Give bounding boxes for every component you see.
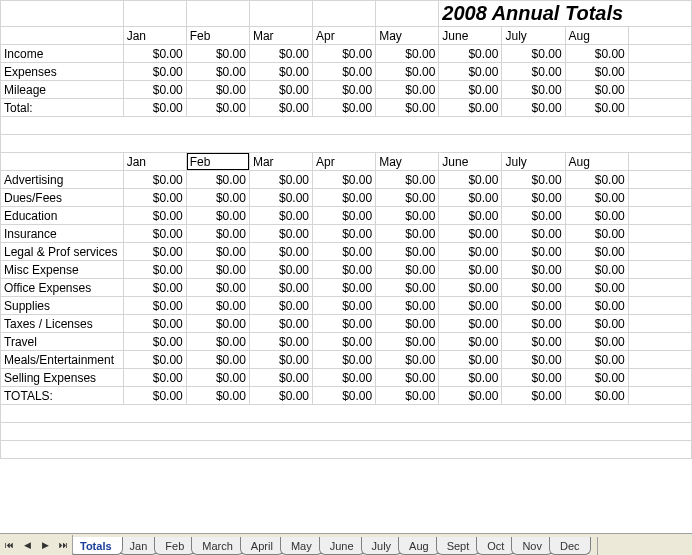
row-label[interactable]: Supplies — [1, 297, 124, 315]
row-label[interactable]: Total: — [1, 99, 124, 117]
value-cell[interactable]: $0.00 — [313, 63, 376, 81]
sheet-tab-march[interactable]: March — [191, 537, 244, 555]
tab-nav-first-icon[interactable]: ⏮ — [0, 535, 18, 555]
value-cell[interactable]: $0.00 — [186, 189, 249, 207]
value-cell[interactable]: $0.00 — [565, 369, 628, 387]
col-header[interactable]: Feb — [186, 153, 249, 171]
value-cell[interactable]: $0.00 — [565, 99, 628, 117]
value-cell[interactable]: $0.00 — [186, 279, 249, 297]
value-cell[interactable]: $0.00 — [249, 261, 312, 279]
spreadsheet-grid[interactable]: 2008 Annual Totals Jan Feb Mar Apr May J… — [0, 0, 692, 459]
value-cell[interactable]: $0.00 — [313, 99, 376, 117]
value-cell[interactable]: $0.00 — [249, 279, 312, 297]
value-cell[interactable]: $0.00 — [123, 207, 186, 225]
value-cell[interactable]: $0.00 — [186, 207, 249, 225]
value-cell[interactable]: $0.00 — [439, 225, 502, 243]
value-cell[interactable]: $0.00 — [123, 333, 186, 351]
value-cell[interactable]: $0.00 — [249, 171, 312, 189]
col-header[interactable]: June — [439, 27, 502, 45]
value-cell[interactable]: $0.00 — [313, 351, 376, 369]
value-cell[interactable]: $0.00 — [376, 351, 439, 369]
value-cell[interactable]: $0.00 — [439, 333, 502, 351]
value-cell[interactable]: $0.00 — [313, 279, 376, 297]
row-label[interactable]: Office Expenses — [1, 279, 124, 297]
row-label[interactable]: Advertising — [1, 171, 124, 189]
value-cell[interactable]: $0.00 — [313, 189, 376, 207]
value-cell[interactable]: $0.00 — [249, 369, 312, 387]
value-cell[interactable]: $0.00 — [565, 315, 628, 333]
sheet-tab-june[interactable]: June — [319, 537, 365, 555]
value-cell[interactable]: $0.00 — [439, 261, 502, 279]
value-cell[interactable]: $0.00 — [186, 315, 249, 333]
row-label[interactable]: Education — [1, 207, 124, 225]
row-label[interactable]: TOTALS: — [1, 387, 124, 405]
value-cell[interactable]: $0.00 — [502, 171, 565, 189]
value-cell[interactable]: $0.00 — [565, 279, 628, 297]
value-cell[interactable]: $0.00 — [439, 279, 502, 297]
value-cell[interactable]: $0.00 — [439, 81, 502, 99]
value-cell[interactable]: $0.00 — [123, 81, 186, 99]
row-label[interactable]: Dues/Fees — [1, 189, 124, 207]
value-cell[interactable]: $0.00 — [123, 297, 186, 315]
value-cell[interactable]: $0.00 — [502, 369, 565, 387]
value-cell[interactable]: $0.00 — [249, 225, 312, 243]
value-cell[interactable]: $0.00 — [313, 297, 376, 315]
value-cell[interactable]: $0.00 — [123, 189, 186, 207]
value-cell[interactable]: $0.00 — [249, 351, 312, 369]
horizontal-scrollbar[interactable] — [597, 537, 692, 555]
col-header[interactable]: Aug — [565, 153, 628, 171]
value-cell[interactable]: $0.00 — [123, 63, 186, 81]
value-cell[interactable]: $0.00 — [502, 297, 565, 315]
tab-nav-last-icon[interactable]: ⏭ — [54, 535, 72, 555]
value-cell[interactable]: $0.00 — [502, 63, 565, 81]
value-cell[interactable]: $0.00 — [249, 189, 312, 207]
value-cell[interactable]: $0.00 — [249, 333, 312, 351]
sheet-tab-feb[interactable]: Feb — [154, 537, 195, 555]
value-cell[interactable]: $0.00 — [376, 81, 439, 99]
value-cell[interactable]: $0.00 — [502, 207, 565, 225]
sheet-tab-jan[interactable]: Jan — [119, 537, 159, 555]
row-label[interactable]: Mileage — [1, 81, 124, 99]
value-cell[interactable]: $0.00 — [186, 369, 249, 387]
value-cell[interactable]: $0.00 — [502, 333, 565, 351]
sheet-tab-sept[interactable]: Sept — [436, 537, 481, 555]
col-header[interactable]: Mar — [249, 27, 312, 45]
value-cell[interactable]: $0.00 — [439, 315, 502, 333]
value-cell[interactable]: $0.00 — [565, 297, 628, 315]
value-cell[interactable]: $0.00 — [313, 207, 376, 225]
sheet-tab-totals[interactable]: Totals — [73, 537, 123, 555]
value-cell[interactable]: $0.00 — [313, 315, 376, 333]
value-cell[interactable]: $0.00 — [502, 315, 565, 333]
value-cell[interactable]: $0.00 — [186, 351, 249, 369]
value-cell[interactable]: $0.00 — [376, 333, 439, 351]
value-cell[interactable]: $0.00 — [502, 279, 565, 297]
value-cell[interactable]: $0.00 — [186, 297, 249, 315]
value-cell[interactable]: $0.00 — [249, 99, 312, 117]
value-cell[interactable]: $0.00 — [313, 45, 376, 63]
value-cell[interactable]: $0.00 — [502, 261, 565, 279]
value-cell[interactable]: $0.00 — [502, 99, 565, 117]
tab-nav-prev-icon[interactable]: ◀ — [18, 535, 36, 555]
value-cell[interactable]: $0.00 — [249, 207, 312, 225]
value-cell[interactable]: $0.00 — [439, 189, 502, 207]
col-header[interactable]: May — [376, 153, 439, 171]
value-cell[interactable]: $0.00 — [123, 243, 186, 261]
sheet-tab-nov[interactable]: Nov — [511, 537, 553, 555]
value-cell[interactable]: $0.00 — [186, 243, 249, 261]
value-cell[interactable]: $0.00 — [502, 81, 565, 99]
value-cell[interactable]: $0.00 — [186, 45, 249, 63]
row-label[interactable]: Selling Expenses — [1, 369, 124, 387]
value-cell[interactable]: $0.00 — [439, 297, 502, 315]
value-cell[interactable]: $0.00 — [123, 351, 186, 369]
value-cell[interactable]: $0.00 — [313, 369, 376, 387]
value-cell[interactable]: $0.00 — [123, 99, 186, 117]
row-label[interactable]: Income — [1, 45, 124, 63]
value-cell[interactable]: $0.00 — [439, 369, 502, 387]
tab-nav-next-icon[interactable]: ▶ — [36, 535, 54, 555]
value-cell[interactable]: $0.00 — [565, 45, 628, 63]
value-cell[interactable]: $0.00 — [313, 171, 376, 189]
value-cell[interactable]: $0.00 — [439, 207, 502, 225]
value-cell[interactable]: $0.00 — [565, 189, 628, 207]
value-cell[interactable]: $0.00 — [123, 387, 186, 405]
value-cell[interactable]: $0.00 — [249, 243, 312, 261]
